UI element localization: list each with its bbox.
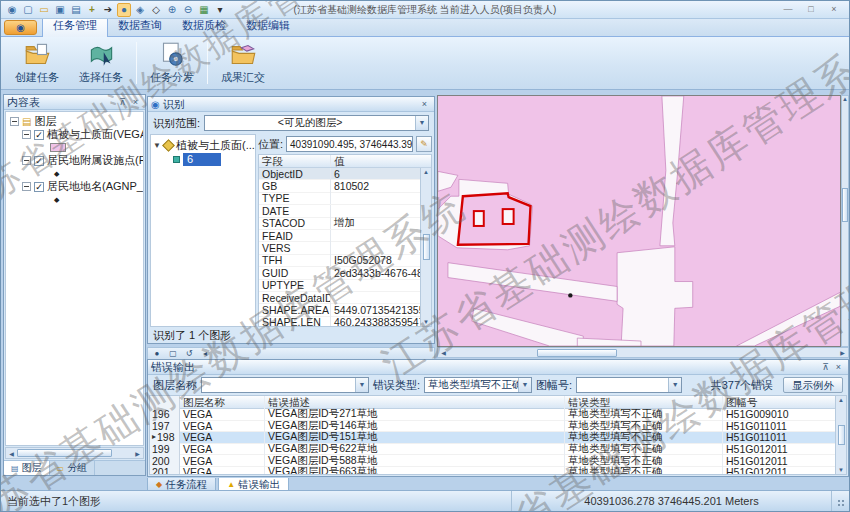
attribute-row[interactable]: TFHI50G052078 [259, 255, 420, 267]
tab-data-query[interactable]: 数据查询 [108, 16, 172, 36]
edit-location-icon[interactable]: ✎ [416, 136, 432, 152]
close-button[interactable]: × [824, 3, 844, 16]
select-task-button[interactable]: 选择任务 [69, 39, 133, 87]
attribute-row[interactable]: GB810502 [259, 180, 420, 192]
sheet-column-header[interactable]: 图幅号 [723, 396, 835, 408]
expander-icon[interactable] [22, 130, 31, 139]
pan-tool-icon[interactable]: ◇ [149, 3, 163, 17]
show-exceptions-button[interactable]: 显示例外 [783, 377, 843, 393]
attribute-row[interactable]: VERS [259, 242, 420, 254]
attribute-grid-scrollbar[interactable]: ▲ ▼ [420, 168, 431, 326]
scroll-down-icon[interactable]: ▼ [836, 467, 847, 473]
open-folder-icon[interactable]: ▭ [37, 3, 51, 17]
new-document-icon[interactable]: ▢ [21, 3, 35, 17]
identify-tool-icon[interactable]: ◈ [133, 3, 147, 17]
attribute-row[interactable]: TYPE [259, 193, 420, 205]
attribute-row[interactable]: SHAPE.LEN460.243388359547 [259, 317, 420, 327]
create-task-button[interactable]: 创建任务 [5, 39, 69, 87]
type-filter-combobox[interactable]: 草地类型填写不正确 ▼ [424, 377, 532, 393]
toolbar-options-icon[interactable]: ▾ [213, 3, 227, 17]
create-task-label: 创建任务 [15, 70, 59, 85]
close-icon[interactable]: × [418, 98, 431, 111]
selected-feature-outline[interactable] [458, 193, 531, 245]
scope-combobox[interactable]: <可见的图层> ▼ [204, 115, 429, 131]
type-column-header[interactable]: 错误类型 [565, 396, 723, 408]
scroll-left-icon[interactable]: ◀ [438, 349, 449, 356]
document-icon[interactable]: ▢ [167, 349, 179, 359]
save-edit-icon[interactable]: ▤ [69, 3, 83, 17]
scroll-right-icon[interactable]: ▶ [132, 450, 143, 457]
close-icon[interactable]: × [832, 361, 845, 374]
attribute-row[interactable]: ObjectID6 [259, 168, 420, 180]
scroll-thumb[interactable] [423, 234, 430, 260]
dispatch-task-button[interactable]: 任务分发 [140, 39, 204, 87]
scroll-thumb[interactable] [17, 449, 112, 457]
maximize-button[interactable]: □ [801, 3, 821, 16]
chevron-down-icon[interactable]: ▼ [355, 378, 368, 392]
add-feature-icon[interactable]: + [85, 3, 99, 17]
scroll-thumb[interactable] [838, 425, 845, 445]
tab-groups[interactable]: ▭ 分组 [50, 461, 96, 475]
navigate-icon[interactable]: ● [151, 349, 163, 359]
layer-checkbox[interactable]: ✓ [34, 156, 44, 166]
app-menu-button[interactable]: ◉ [4, 20, 37, 35]
error-table-scrollbar[interactable]: ▲ ▼ [835, 396, 846, 474]
expander-icon[interactable] [22, 182, 31, 191]
tab-layers[interactable]: ▤ 图层 [4, 461, 50, 475]
expander-icon[interactable] [22, 156, 31, 165]
minimize-button[interactable]: — [778, 3, 798, 16]
desc-column-header[interactable]: 错误描述 [265, 396, 565, 408]
attribute-row[interactable]: STACOD增加 [259, 218, 420, 230]
attribute-row[interactable]: ReceiveDataID [259, 292, 420, 304]
tab-data-qc[interactable]: 数据质检 [172, 16, 236, 36]
scroll-up-icon[interactable]: ▲ [836, 397, 847, 403]
save-icon[interactable]: ▣ [53, 3, 67, 17]
scroll-thumb[interactable] [537, 349, 617, 357]
value-column-header[interactable]: 值 [331, 155, 431, 167]
layer-item-agnp[interactable]: ✓ 居民地地名(AGNP_MAP) [6, 180, 143, 193]
layer-checkbox[interactable]: ✓ [34, 182, 44, 192]
error-type: 草地类型填写不正确 [565, 465, 723, 475]
chevron-down-icon[interactable]: ▼ [518, 378, 531, 392]
sheet-filter-combobox[interactable]: ▼ [576, 377, 682, 393]
scroll-thumb[interactable] [842, 188, 848, 222]
chevron-down-icon[interactable]: ▼ [415, 116, 428, 130]
close-icon[interactable]: × [129, 96, 142, 109]
zoom-in-icon[interactable]: ⊕ [165, 3, 179, 17]
identify-layer-node[interactable]: ▼ 植被与土质面(... [151, 138, 255, 152]
toc-horizontal-scrollbar[interactable]: ◀ ▶ [5, 447, 144, 459]
resize-grip[interactable] [831, 491, 849, 511]
globe-tool-icon[interactable]: ● [117, 3, 131, 17]
expander-icon[interactable] [10, 117, 19, 126]
identify-feature-node[interactable]: 6 [151, 152, 255, 166]
export-map-icon[interactable]: ▦ [197, 3, 211, 17]
layer-item-rfcp[interactable]: ✓ 居民地附属设施点(RFCP_MAP) [6, 154, 143, 167]
layer-column-header[interactable]: 图层名称 [180, 396, 265, 408]
attribute-row[interactable]: SHAPE.AREA5449.07135421355 [259, 304, 420, 316]
error-row[interactable]: 201 VEGA VEGA图层ID号663草地 草地类型填写不正确 H51G01… [150, 467, 835, 475]
scroll-up-icon[interactable]: ▲ [842, 96, 848, 102]
chevron-down-icon[interactable]: ▼ [668, 378, 681, 392]
field-column-header[interactable]: 字段 [259, 155, 331, 167]
select-arrow-icon[interactable]: ➔ [101, 3, 115, 17]
scroll-down-icon[interactable]: ▼ [421, 319, 431, 325]
back-icon[interactable]: ◂ [199, 349, 211, 359]
layer-item-vega[interactable]: ✓ 植被与土质面(VEGA_MAP) [6, 128, 143, 141]
scroll-up-icon[interactable]: ▲ [421, 169, 431, 175]
attribute-row[interactable]: GUID2ed3433b-4676-48d0-8... [259, 267, 420, 279]
pin-icon[interactable]: ⊼ [819, 361, 832, 374]
refresh-icon[interactable]: ↺ [183, 349, 195, 359]
map-vertical-scrollbar[interactable]: ▲ [841, 95, 849, 347]
attribute-row[interactable]: FEAID [259, 230, 420, 242]
map-horizontal-scrollbar[interactable]: ◀ ▶ [437, 347, 849, 358]
submit-results-button[interactable]: 成果汇交 [211, 39, 275, 87]
scroll-right-icon[interactable]: ▶ [837, 349, 848, 356]
pin-icon[interactable]: ⊼ [116, 96, 129, 109]
map-view[interactable] [437, 95, 841, 347]
zoom-out-icon[interactable]: ⊖ [181, 3, 195, 17]
attribute-row[interactable]: UPTYPE [259, 280, 420, 292]
scroll-left-icon[interactable]: ◀ [6, 450, 17, 457]
tab-data-edit[interactable]: 数据编辑 [236, 16, 300, 36]
layer-checkbox[interactable]: ✓ [34, 130, 44, 140]
layer-filter-combobox[interactable]: ▼ [201, 377, 369, 393]
